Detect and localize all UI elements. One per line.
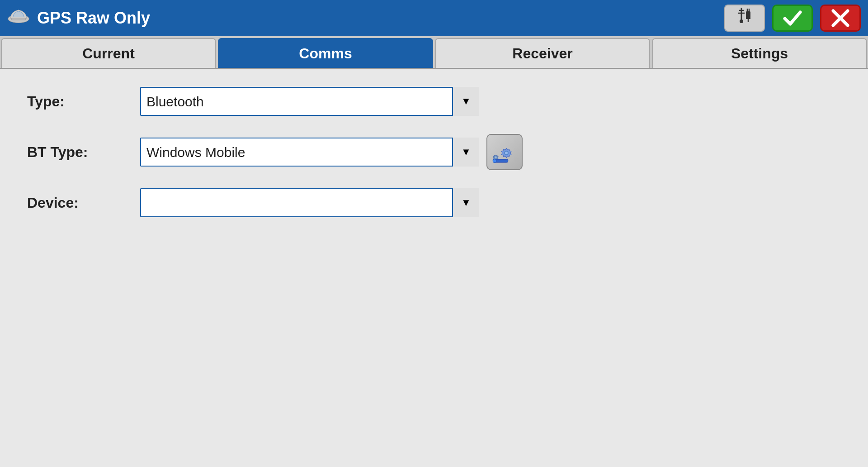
bt-settings-button[interactable] — [486, 134, 523, 170]
tab-current[interactable]: Current — [1, 38, 216, 68]
svg-point-18 — [493, 159, 496, 163]
type-select-wrapper: Bluetooth Serial NTRIP ▼ — [140, 87, 479, 116]
cancel-button[interactable] — [820, 5, 861, 32]
app-logo — [7, 6, 30, 30]
bt-type-select-container: Windows Mobile Other ▼ — [140, 138, 479, 167]
type-select[interactable]: Bluetooth Serial NTRIP — [140, 87, 479, 116]
device-select[interactable] — [140, 188, 479, 217]
type-label: Type: — [27, 93, 127, 110]
device-select-container: ▼ — [140, 188, 479, 217]
type-select-container: Bluetooth Serial NTRIP ▼ — [140, 87, 479, 116]
svg-point-15 — [505, 152, 508, 154]
bt-type-row: BT Type: Windows Mobile Other ▼ — [27, 134, 841, 170]
device-row: Device: ▼ — [27, 188, 841, 217]
bt-type-select[interactable]: Windows Mobile Other — [140, 138, 479, 167]
tab-comms[interactable]: Comms — [218, 38, 433, 68]
bt-type-label: BT Type: — [27, 144, 127, 161]
device-select-wrapper: ▼ — [140, 188, 479, 217]
tab-bar: Current Comms Receiver Settings — [0, 36, 868, 69]
bt-type-select-wrapper: Windows Mobile Other ▼ — [140, 134, 523, 170]
confirm-button[interactable] — [772, 5, 813, 32]
device-label: Device: — [27, 195, 127, 211]
svg-point-16 — [495, 157, 497, 159]
svg-point-5 — [740, 19, 743, 23]
tool-icon — [737, 7, 753, 29]
app-header: GPS Raw Only — [0, 0, 868, 36]
main-content: Type: Bluetooth Serial NTRIP ▼ BT Type: … — [0, 69, 868, 467]
svg-rect-1 — [11, 18, 26, 20]
type-row: Type: Bluetooth Serial NTRIP ▼ — [27, 87, 841, 116]
tab-settings[interactable]: Settings — [652, 38, 867, 68]
svg-rect-6 — [746, 11, 750, 19]
tab-receiver[interactable]: Receiver — [435, 38, 650, 68]
tool-button[interactable] — [724, 5, 765, 32]
app-title: GPS Raw Only — [37, 9, 717, 28]
